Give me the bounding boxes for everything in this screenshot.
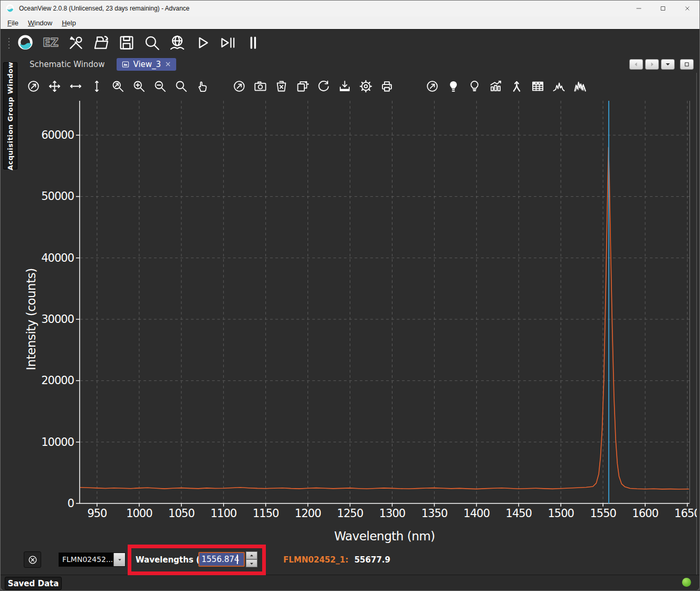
overlay-spectra-button[interactable] bbox=[569, 76, 590, 96]
minimize-icon bbox=[635, 5, 643, 12]
svg-text:0: 0 bbox=[68, 497, 74, 510]
svg-text:60000: 60000 bbox=[41, 129, 74, 141]
navdown-icon bbox=[664, 61, 672, 68]
window-title: OceanView 2.0.8 (Unlicensed, 23 days rem… bbox=[19, 5, 189, 12]
camera-icon bbox=[253, 79, 267, 93]
scroll-tabs-left-button[interactable] bbox=[629, 59, 643, 70]
save-button[interactable] bbox=[116, 32, 138, 54]
search-icon bbox=[143, 34, 161, 52]
trend-chart-button[interactable] bbox=[485, 76, 506, 96]
spin-down-button[interactable] bbox=[246, 559, 257, 567]
close-tab-icon[interactable] bbox=[165, 61, 171, 68]
navright-icon bbox=[648, 61, 656, 68]
chevron-down-icon bbox=[117, 557, 122, 563]
scale-icon bbox=[232, 79, 246, 93]
rescale-graph-button[interactable] bbox=[228, 76, 250, 96]
run-button[interactable] bbox=[191, 32, 214, 54]
pause-button[interactable] bbox=[242, 32, 264, 54]
spin-up-button[interactable] bbox=[246, 551, 257, 559]
spectrum-chart[interactable]: 9501000105011001150120012501300135014001… bbox=[20, 98, 697, 547]
hand-icon bbox=[195, 79, 209, 93]
triangle-down-icon bbox=[249, 561, 254, 566]
pan-horizontal-button[interactable] bbox=[65, 76, 86, 96]
triangle-up-icon bbox=[249, 553, 254, 558]
zoom-out-button[interactable] bbox=[149, 76, 170, 96]
peaks-icon bbox=[552, 79, 566, 93]
panh-icon bbox=[69, 79, 83, 93]
reset-view-button[interactable] bbox=[313, 76, 334, 96]
charttrend-icon bbox=[488, 79, 503, 93]
cursor-reading: FLMN02452_1: 55677.9 bbox=[283, 555, 390, 565]
pan-vertical-button[interactable] bbox=[86, 76, 107, 96]
status-indicator bbox=[682, 578, 691, 587]
scroll-tabs-right-button[interactable] bbox=[645, 59, 659, 70]
zoom-to-region-button[interactable] bbox=[107, 76, 128, 96]
ez-mode-button[interactable]: EZ bbox=[40, 32, 62, 54]
source-dropdown[interactable]: FLMN02452... bbox=[59, 552, 126, 567]
svg-text:1050: 1050 bbox=[168, 507, 194, 520]
menu-file[interactable]: File bbox=[3, 17, 23, 28]
svg-text:1550: 1550 bbox=[590, 507, 616, 520]
tab-view-3-label: View_3 bbox=[133, 60, 161, 69]
grab-cursor-button[interactable] bbox=[191, 76, 213, 96]
load-project-button[interactable] bbox=[90, 32, 112, 54]
combine-spectra-button[interactable] bbox=[506, 76, 527, 96]
snapshot-button[interactable] bbox=[250, 76, 271, 96]
svg-text:950: 950 bbox=[87, 507, 107, 520]
zoom-tool-button[interactable] bbox=[170, 76, 191, 96]
show-data-table-button[interactable] bbox=[527, 76, 548, 96]
spectrum-plot[interactable]: 9501000105011001150120012501300135014001… bbox=[20, 98, 697, 547]
web-resources-button[interactable] bbox=[166, 32, 188, 54]
acquisition-group-window-tab[interactable]: Acquisition Group Window bbox=[3, 62, 17, 169]
run-pause-step-button[interactable] bbox=[217, 32, 239, 54]
maximize-view-button[interactable] bbox=[680, 59, 694, 70]
autoscale-button[interactable] bbox=[23, 76, 44, 96]
zoom-in-button[interactable] bbox=[128, 76, 149, 96]
wavelength-spinner bbox=[246, 551, 257, 567]
peak-finding-button[interactable] bbox=[548, 76, 569, 96]
overlay-icon bbox=[573, 79, 587, 93]
save-icon bbox=[118, 34, 136, 52]
svg-text:Wavelength (nm): Wavelength (nm) bbox=[334, 529, 435, 543]
export-data-button[interactable] bbox=[334, 76, 355, 96]
tab-schematic-window[interactable]: Schematic Window bbox=[24, 58, 110, 71]
app-window: OceanView 2.0.8 (Unlicensed, 23 days rem… bbox=[0, 0, 700, 591]
reading-label: FLMN02452_1: bbox=[283, 555, 348, 565]
autoscale-y-button[interactable] bbox=[421, 76, 443, 96]
configure-tools-button[interactable] bbox=[65, 32, 87, 54]
chart-tab-icon bbox=[121, 60, 130, 69]
delete-spectrum-button[interactable] bbox=[271, 76, 292, 96]
graph-settings-button[interactable] bbox=[355, 76, 376, 96]
background-light-toggle-button[interactable] bbox=[443, 76, 464, 96]
svg-text:1100: 1100 bbox=[210, 507, 236, 520]
minimize-button[interactable] bbox=[627, 1, 651, 16]
close-button[interactable] bbox=[675, 1, 699, 16]
menu-window[interactable]: Window bbox=[23, 17, 57, 28]
copy-data-button[interactable] bbox=[292, 76, 313, 96]
chart-toolbar bbox=[20, 75, 590, 97]
search-devices-button[interactable] bbox=[141, 32, 163, 54]
pan-all-button[interactable] bbox=[44, 76, 65, 96]
tab-view-3[interactable]: View_3 bbox=[117, 58, 177, 71]
svg-text:1150: 1150 bbox=[253, 507, 279, 520]
zoomout-icon bbox=[153, 79, 167, 93]
tab-bar: Schematic Window View_3 bbox=[20, 55, 697, 73]
maximize-button[interactable] bbox=[651, 1, 675, 16]
svg-text:10000: 10000 bbox=[41, 436, 74, 449]
zoomin-icon bbox=[132, 79, 146, 93]
print-graph-button[interactable] bbox=[376, 76, 397, 96]
pause-icon bbox=[244, 34, 262, 52]
source-dropdown-button[interactable] bbox=[113, 553, 125, 566]
toolbar-grip[interactable] bbox=[8, 37, 10, 49]
navsquare-icon bbox=[683, 61, 691, 68]
bulbon-icon bbox=[446, 79, 461, 93]
tab-list-button[interactable] bbox=[661, 59, 675, 70]
menu-help[interactable]: Help bbox=[57, 17, 81, 28]
svg-text:1000: 1000 bbox=[126, 507, 152, 520]
chart-toolbar-group bbox=[228, 76, 397, 96]
oceanview-home-button[interactable] bbox=[14, 32, 36, 54]
trash-icon bbox=[274, 79, 289, 93]
saved-data-tab[interactable]: Saved Data bbox=[5, 577, 62, 590]
background-dark-toggle-button[interactable] bbox=[464, 76, 485, 96]
remove-trend-button[interactable] bbox=[24, 551, 41, 568]
